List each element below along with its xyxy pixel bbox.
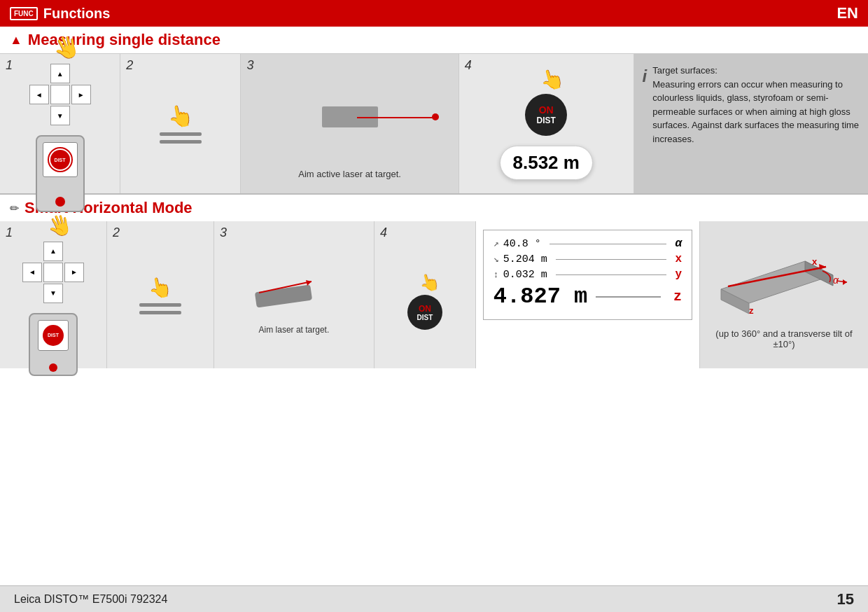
y-icon: ↕ bbox=[493, 270, 499, 280]
device-illus-2: DIST bbox=[29, 313, 78, 376]
z-label: z bbox=[673, 288, 682, 305]
section2-icon: ✏ bbox=[10, 202, 19, 215]
step2-cell: 2 👆 bbox=[120, 54, 241, 193]
smart-row-z: 4.827 m z bbox=[493, 284, 682, 310]
x-icon: ↘ bbox=[493, 253, 499, 265]
step4-cell: 4 👆 ON DIST 8.532 m bbox=[459, 54, 634, 193]
svg-text:z: z bbox=[749, 305, 754, 316]
on-dist-button[interactable]: ON DIST bbox=[525, 94, 567, 136]
section2-steps: 1 🖐 ▲ ◄ ► ▼ DIST 2 bbox=[0, 221, 868, 368]
info-panel-1: i Target surfaces: Measuring errors can … bbox=[634, 54, 868, 193]
tilt-diagram-svg: α x z bbox=[707, 240, 861, 324]
x-val: 5.204 m bbox=[503, 253, 547, 265]
page-header: FUNC Functions EN bbox=[0, 0, 868, 27]
dpad-down[interactable]: ▼ bbox=[50, 106, 70, 125]
dpad-right[interactable]: ► bbox=[71, 85, 91, 104]
menu-lines bbox=[160, 132, 202, 144]
smart-row-y: ↕ 0.032 m y bbox=[493, 268, 682, 281]
on-dist-button-2[interactable]: ON DIST bbox=[407, 295, 442, 330]
footer-device: Leica DISTO™ E7500i 792324 bbox=[14, 593, 167, 606]
dist-badge: DIST bbox=[48, 147, 73, 172]
dpad2-down[interactable]: ▼ bbox=[43, 284, 63, 303]
dpad-left[interactable]: ◄ bbox=[29, 85, 49, 104]
footer-page: 15 bbox=[837, 590, 854, 608]
dpad-1: ▲ ◄ ► ▼ bbox=[29, 64, 91, 125]
main-val: 4.827 m bbox=[493, 284, 587, 310]
dash-3 bbox=[556, 274, 667, 275]
device-illus-1: DIST bbox=[36, 135, 85, 212]
step2-3-cell: 3 Aim laser at target. bbox=[214, 221, 374, 368]
step2-4-num: 4 bbox=[380, 225, 387, 240]
svg-text:x: x bbox=[812, 256, 818, 267]
aim-text-2: Aim laser at target. bbox=[259, 325, 330, 335]
dist-inner-2: DIST bbox=[43, 325, 64, 346]
step2-1-num: 1 bbox=[6, 225, 13, 240]
svg-marker-2 bbox=[306, 280, 312, 286]
svg-marker-12 bbox=[843, 279, 847, 285]
device-screen-2: DIST bbox=[38, 320, 69, 351]
x-label: x bbox=[675, 253, 682, 265]
step2-2-num: 2 bbox=[113, 225, 120, 240]
step2-2-cell: 2 👆 bbox=[107, 221, 214, 368]
smart-display: ↗ 40.8 ° α ↘ 5.204 m x ↕ 0.032 m y 4.8 bbox=[483, 230, 692, 320]
alpha-val: 40.8 ° bbox=[503, 238, 541, 250]
device-screen-1: DIST bbox=[43, 142, 78, 177]
diagram-panel: α x z (up to 360° and a transverse tilt … bbox=[700, 221, 868, 368]
step2-1-cell: 1 🖐 ▲ ◄ ► ▼ DIST bbox=[0, 221, 107, 368]
dpad2-left[interactable]: ◄ bbox=[22, 263, 42, 282]
step2-num: 2 bbox=[126, 58, 133, 73]
step3-num: 3 bbox=[246, 58, 253, 73]
aim-text-1: Aim active laser at target. bbox=[241, 169, 458, 179]
step1-num: 1 bbox=[6, 58, 13, 73]
dash-1 bbox=[550, 244, 667, 244]
header-title: Functions bbox=[43, 6, 111, 22]
alpha-icon: ↗ bbox=[493, 238, 499, 249]
dpad-up[interactable]: ▲ bbox=[50, 64, 70, 83]
step1-cell: 1 🖐 ▲ ◄ ► ▼ DIST bbox=[0, 54, 120, 193]
step2-3-num: 3 bbox=[220, 225, 227, 240]
dist-inner: DIST bbox=[50, 150, 70, 169]
svg-text:α: α bbox=[833, 274, 839, 286]
tilt-caption: (up to 360° and a transverse tilt of ±10… bbox=[707, 328, 861, 349]
smart-display-cell: ↗ 40.8 ° α ↘ 5.204 m x ↕ 0.032 m y 4.8 bbox=[476, 221, 700, 368]
header-lang: EN bbox=[836, 4, 858, 22]
section1-steps: 1 🖐 ▲ ◄ ► ▼ DIST bbox=[0, 53, 868, 193]
header-left: FUNC Functions bbox=[10, 6, 110, 22]
section1-title-row: ▲ Measuring single distance bbox=[0, 27, 868, 53]
smart-row-x: ↘ 5.204 m x bbox=[493, 253, 682, 265]
laser-diagram-2 bbox=[248, 274, 340, 317]
info-icon: i bbox=[643, 64, 648, 89]
result-bubble: 8.532 m bbox=[500, 146, 593, 180]
dpad-2: ▲ ◄ ► ▼ bbox=[22, 242, 84, 303]
laser-area: Aim active laser at target. bbox=[241, 54, 458, 193]
section1-icon: ▲ bbox=[10, 33, 22, 48]
dpad-center[interactable] bbox=[50, 85, 70, 104]
svg-marker-7 bbox=[819, 264, 826, 270]
dpad2-right[interactable]: ► bbox=[64, 263, 84, 282]
y-val: 0.032 m bbox=[503, 269, 547, 281]
section2-title-row: ✏ Smart Horizontal Mode bbox=[0, 193, 868, 221]
menu-lines-2 bbox=[139, 303, 181, 314]
dash-4 bbox=[596, 296, 661, 298]
func-badge: FUNC bbox=[10, 7, 38, 20]
dash-2 bbox=[556, 259, 667, 260]
dpad2-center[interactable] bbox=[43, 263, 63, 282]
step2-4-cell: 4 👆 ON DIST bbox=[374, 221, 476, 368]
dpad2-up[interactable]: ▲ bbox=[43, 242, 63, 261]
info-text: Target surfaces: Measuring errors can oc… bbox=[652, 64, 860, 146]
smart-row-alpha: ↗ 40.8 ° α bbox=[493, 237, 682, 250]
y-label: y bbox=[675, 268, 682, 281]
page-footer: Leica DISTO™ E7500i 792324 15 bbox=[0, 585, 868, 612]
step3-cell: 3 Aim active laser at target. bbox=[241, 54, 458, 193]
alpha-label: α bbox=[675, 237, 682, 250]
step4-num: 4 bbox=[465, 58, 472, 73]
